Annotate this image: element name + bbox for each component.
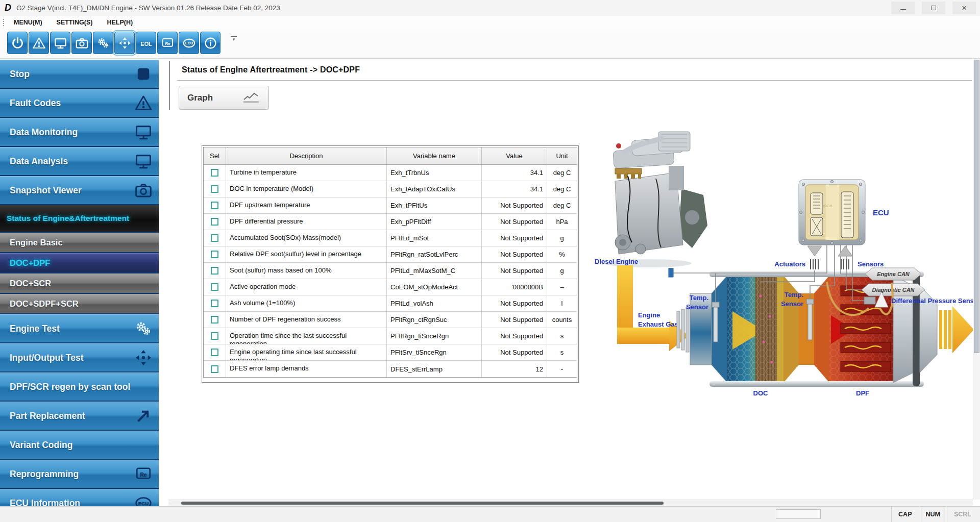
row-checkbox[interactable]: [211, 316, 218, 324]
sidebar-item-dpf-scr-regen-by-scan-tool[interactable]: DPF/SCR regen by scan tool: [0, 372, 159, 401]
column-header-sel[interactable]: Sel: [204, 147, 226, 165]
camera-icon: [75, 36, 89, 50]
row-checkbox[interactable]: [211, 234, 218, 242]
menu-grip[interactable]: [3, 18, 5, 27]
io-arrows-icon: [134, 349, 153, 367]
status-bar: CAPNUMSCRL: [0, 506, 980, 522]
row-checkbox[interactable]: [211, 283, 218, 291]
status-indicator-num: NUM: [919, 507, 947, 522]
sidebar-item-data-analysis[interactable]: Data Analysis: [0, 147, 159, 175]
row-unit: s: [547, 328, 577, 344]
sidebar-item-part-replacement[interactable]: Part Replacement: [0, 402, 159, 430]
horizontal-scrollbar[interactable]: [168, 500, 973, 506]
sidebar-item-stop[interactable]: Stop: [0, 60, 159, 88]
graph-button[interactable]: Graph: [179, 86, 269, 110]
sidebar-item-doc-scr[interactable]: DOC+SCR: [0, 274, 159, 293]
row-variable-name: PFltRgn_tiSnceRgn: [387, 328, 482, 344]
table-row: Active operation mode CoEOM_stOpModeAct …: [204, 279, 577, 295]
row-variable-name: PFltSrv_tiSnceRgn: [387, 344, 482, 361]
diff-pressure-label: Differential Pressure Sensor: [891, 297, 980, 305]
minimize-button[interactable]: [891, 2, 915, 14]
row-value: '0000000B: [482, 279, 547, 295]
row-description: DOC in temperature (Model): [226, 181, 387, 197]
row-description: DPF differential pressure: [226, 214, 387, 230]
diesel-engine-image: [605, 132, 707, 267]
toolbar-button-gears[interactable]: [93, 32, 113, 54]
sensors-label: Sensors: [857, 260, 884, 268]
maximize-button[interactable]: [922, 2, 945, 14]
row-description: Turbine in temperature: [226, 165, 387, 181]
statusbar-pane: [776, 509, 821, 519]
actuators-arrow-icon: [807, 246, 822, 256]
row-checkbox[interactable]: [211, 251, 218, 258]
menu-item-menum[interactable]: MENU(M): [14, 19, 42, 26]
sidebar-item-doc-sdpf-scr[interactable]: DOC+SDPF+SCR: [0, 294, 159, 313]
row-description: Relative DPF soot(sulfur) level in perce…: [226, 246, 387, 263]
stop-square-icon: [134, 65, 153, 83]
gears-icon: [134, 319, 153, 338]
row-variable-name: DFES_stErrLamp: [387, 361, 482, 377]
toolbar-button-io-arrows[interactable]: [114, 32, 135, 54]
io-arrows-icon: [118, 36, 132, 50]
toolbar-button-camera[interactable]: [71, 32, 92, 54]
toolbar-button-reprogram[interactable]: Re: [157, 32, 178, 54]
menu-item-settings[interactable]: SETTING(S): [57, 19, 93, 26]
svg-text:Sensor: Sensor: [781, 300, 803, 308]
row-unit: deg C: [547, 165, 577, 181]
row-checkbox[interactable]: [211, 185, 218, 193]
row-variable-name: Exh_tAdapTOxiCatUs: [387, 181, 482, 197]
sidebar-item-status-of-engine-aftertreatment[interactable]: Status of Engine&Aftertreatment: [0, 205, 159, 232]
sidebar-item-input-output-test[interactable]: Input/Output Test: [0, 343, 159, 371]
close-button[interactable]: ×: [952, 2, 976, 14]
row-checkbox[interactable]: [211, 202, 218, 209]
column-header-unit[interactable]: Unit: [547, 147, 577, 165]
row-unit: hPa: [547, 214, 577, 230]
row-checkbox[interactable]: [211, 349, 218, 356]
sidebar-item-reprogramming[interactable]: ReprogrammingRe: [0, 460, 159, 488]
sidebar-item-variant-coding[interactable]: Variant Coding: [0, 431, 159, 459]
column-header-variable[interactable]: Variable name: [387, 147, 482, 165]
row-unit: g: [547, 230, 577, 246]
toolbar-button-info[interactable]: [200, 32, 220, 54]
column-header-description[interactable]: Description: [226, 147, 387, 165]
toolbar-button-ecu[interactable]: ECU: [179, 32, 199, 54]
vertical-scrollbar-thumb[interactable]: [974, 60, 979, 353]
toolbar-button-eol[interactable]: EOL: [136, 32, 156, 54]
row-checkbox[interactable]: [211, 365, 218, 373]
row-checkbox[interactable]: [211, 332, 218, 340]
table-row: DOC in temperature (Model) Exh_tAdapTOxi…: [204, 181, 577, 197]
row-checkbox[interactable]: [211, 169, 218, 177]
menu-item-helph[interactable]: HELP(H): [107, 19, 133, 26]
sidebar-item-data-monitoring[interactable]: Data Monitoring: [0, 118, 159, 146]
column-header-value[interactable]: Value: [482, 147, 547, 165]
row-variable-name: PFltLd_volAsh: [387, 295, 482, 312]
row-checkbox[interactable]: [211, 300, 218, 307]
warning-icon: [134, 94, 153, 112]
chevron-down-icon: ▾: [233, 37, 235, 42]
monitor-icon: [134, 123, 153, 141]
status-indicator-cap: CAP: [891, 507, 918, 522]
toolbar-overflow-button[interactable]: ▾: [231, 36, 237, 41]
sidebar-item-fault-codes[interactable]: Fault Codes: [0, 89, 159, 117]
table-row: Accumulated Soot(SOx) Mass(model) PFltLd…: [204, 230, 577, 246]
exhaust-gas-label: Engine: [638, 311, 660, 319]
table-row: DPF upstream temperature Exh_tPFltUs Not…: [204, 197, 577, 214]
row-variable-name: Exh_tPFltUs: [387, 197, 482, 214]
row-checkbox[interactable]: [211, 218, 218, 226]
sidebar-item-ecu-information[interactable]: ECU InformationECU: [0, 489, 159, 507]
toolbar-button-monitor[interactable]: [50, 32, 70, 54]
sidebar-item-engine-basic[interactable]: Engine Basic: [0, 233, 159, 252]
sidebar-item-label: Part Replacement: [10, 411, 85, 421]
row-checkbox[interactable]: [211, 267, 218, 275]
horizontal-scrollbar-thumb[interactable]: [181, 502, 664, 505]
sensors-arrow-icon: [838, 246, 852, 256]
toolbar-button-power[interactable]: [7, 32, 28, 54]
row-value: Not Supported: [482, 197, 547, 214]
sidebar-item-snapshot-viewer[interactable]: Snapshot Viewer: [0, 176, 159, 204]
row-value: Not Supported: [482, 214, 547, 230]
vertical-scrollbar[interactable]: [973, 60, 980, 500]
sidebar-item-engine-test[interactable]: Engine Test: [0, 314, 159, 342]
toolbar-button-warning[interactable]: [29, 32, 49, 54]
sidebar-item-doc-dpf[interactable]: DOC+DPF: [0, 253, 159, 272]
row-description: Active operation mode: [226, 279, 387, 295]
